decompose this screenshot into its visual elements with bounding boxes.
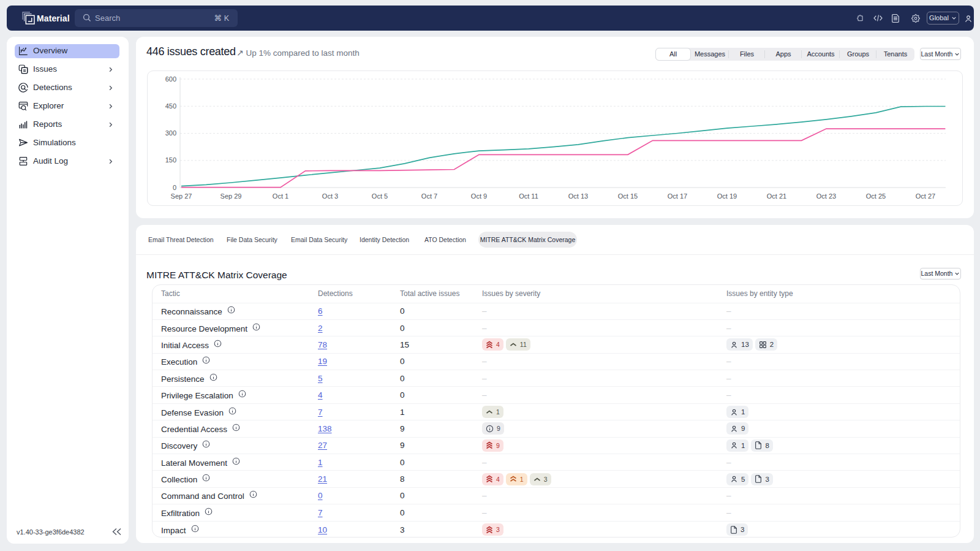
svg-text:Oct 9: Oct 9	[471, 192, 487, 200]
svg-text:Oct 21: Oct 21	[767, 192, 786, 200]
svg-text:0: 0	[173, 184, 176, 191]
svg-text:Sep 29: Sep 29	[221, 192, 242, 200]
svg-text:Oct 23: Oct 23	[816, 192, 836, 200]
svg-text:600: 600	[165, 75, 176, 83]
svg-text:Oct 25: Oct 25	[866, 192, 886, 200]
svg-text:Oct 1: Oct 1	[273, 192, 288, 200]
svg-text:Oct 11: Oct 11	[519, 192, 538, 200]
svg-text:Oct 19: Oct 19	[717, 192, 737, 200]
svg-text:Oct 27: Oct 27	[916, 192, 935, 200]
svg-text:300: 300	[165, 129, 176, 137]
svg-text:Oct 3: Oct 3	[322, 192, 338, 200]
svg-text:Oct 5: Oct 5	[372, 192, 388, 200]
svg-text:150: 150	[165, 156, 176, 164]
svg-text:450: 450	[165, 102, 176, 110]
svg-text:Oct 17: Oct 17	[668, 192, 687, 200]
svg-text:Oct 15: Oct 15	[618, 192, 638, 200]
svg-text:Oct 13: Oct 13	[568, 192, 588, 200]
svg-text:Sep 27: Sep 27	[171, 192, 192, 200]
svg-text:Oct 7: Oct 7	[421, 192, 437, 200]
